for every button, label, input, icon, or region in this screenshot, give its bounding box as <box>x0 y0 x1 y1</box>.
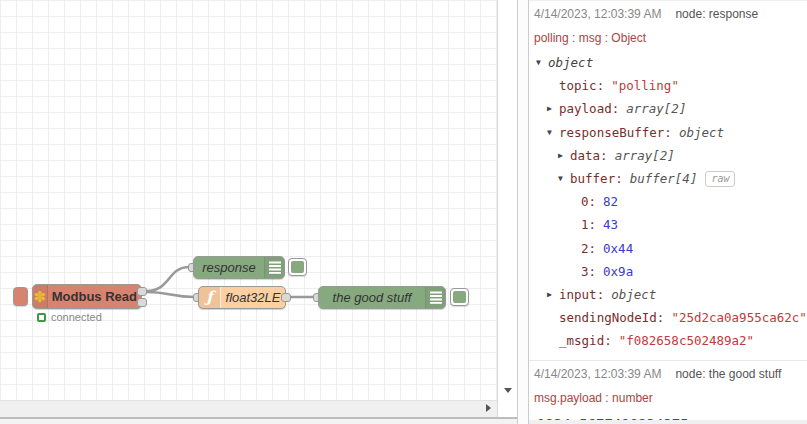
debug-tree-row: ▶input:object <box>532 283 805 306</box>
tree-key: topic <box>559 78 597 93</box>
tree-value: "25d2ca0a955ca62c" <box>671 310 806 325</box>
canvas-horizontal-scrollbar[interactable] <box>0 400 497 417</box>
tree-value: array[2] <box>615 148 675 163</box>
goodstuff-toggle-state <box>453 291 466 303</box>
modbus-node-label: Modbus Read <box>48 285 141 308</box>
tree-key: _msgid <box>559 333 604 348</box>
debug-source-node: node: response <box>675 7 758 21</box>
goodstuff-icon-box <box>425 287 445 308</box>
tree-colon: : <box>604 333 612 348</box>
debug-tree-row: ▼object <box>532 51 805 74</box>
tree-value: object <box>679 125 724 140</box>
modbus-node-button[interactable] <box>13 287 28 306</box>
debug-source-node: node: the good stuff <box>675 367 781 381</box>
tree-value: object <box>611 287 656 302</box>
debug-panel-footer <box>529 420 807 424</box>
modbus-icon-box: ✽ <box>33 285 48 308</box>
tree-colon: : <box>657 310 665 325</box>
debug-tree-row: ▶0:82 <box>532 190 805 213</box>
raw-button[interactable]: raw <box>705 171 735 187</box>
tree-value: buffer[4] <box>630 171 698 186</box>
tree-key: 2 <box>581 241 589 256</box>
goodstuff-node-label: the good stuff <box>319 287 425 308</box>
response-toggle-button[interactable] <box>288 258 307 276</box>
tree-key: 3 <box>581 264 589 279</box>
debug-tree-row: ▶sendingNodeId:"25d2ca0a955ca62c" <box>532 306 805 329</box>
collapse-arrow-icon[interactable]: ▼ <box>536 58 548 67</box>
debug-tree-row: ▼buffer:buffer[4]raw <box>532 167 805 190</box>
function-icon-box: ƒ <box>199 287 221 308</box>
debug-tree-row: ▶3:0x9a <box>532 260 805 283</box>
tree-colon: : <box>664 125 672 140</box>
modbus-output-port-2[interactable] <box>137 298 147 307</box>
expand-arrow-icon[interactable]: ▶ <box>547 290 559 299</box>
modbus-output-port-1[interactable] <box>137 287 147 296</box>
expand-arrow-icon[interactable]: ▶ <box>558 151 570 160</box>
tree-colon: : <box>612 101 620 116</box>
wire-modbus-to-response[interactable] <box>147 267 189 291</box>
debug-timestamp: 4/14/2023, 12:03:39 AM <box>534 367 661 381</box>
debug-list-icon <box>430 291 442 304</box>
tree-colon: : <box>600 148 608 163</box>
debug-msg-path: polling : msg : Object <box>532 31 805 46</box>
tree-value: 0x9a <box>603 264 633 279</box>
status-text: connected <box>51 311 102 323</box>
tree-colon: : <box>597 287 605 302</box>
scroll-down-arrow-icon[interactable] <box>504 388 512 397</box>
tree-colon: : <box>597 78 605 93</box>
status-ring-icon <box>37 313 46 322</box>
scroll-right-arrow-icon[interactable] <box>486 404 495 412</box>
modbus-flower-icon: ✽ <box>34 289 47 304</box>
tree-value: 43 <box>603 217 618 232</box>
debug-msg-path: msg.payload : number <box>532 391 805 406</box>
node-the-good-stuff[interactable]: the good stuff <box>318 286 446 309</box>
debug-message-meta: 4/14/2023, 12:03:39 AMnode: response <box>532 7 805 22</box>
node-modbus-read[interactable]: ✽ Modbus Read <box>32 284 142 309</box>
tree-colon: : <box>589 194 597 209</box>
debug-tree-row: ▼responseBuffer:object <box>532 121 805 144</box>
function-f-icon: ƒ <box>206 290 212 305</box>
sidebar-separator[interactable] <box>517 0 529 424</box>
expand-arrow-icon[interactable]: ▶ <box>547 104 559 113</box>
collapse-arrow-icon[interactable]: ▼ <box>547 128 559 137</box>
debug-list-icon <box>269 261 281 274</box>
debug-tree-row: ▶2:0x44 <box>532 237 805 260</box>
function-output-port[interactable] <box>281 293 291 302</box>
wire-layer <box>0 0 497 400</box>
tree-key: buffer <box>570 171 615 186</box>
response-toggle-state <box>291 261 304 273</box>
tree-key: 1 <box>581 217 589 232</box>
flow-canvas[interactable]: ✽ Modbus Read connected response <box>0 0 497 400</box>
debug-message-meta: 4/14/2023, 12:03:39 AMnode: the good stu… <box>532 367 805 382</box>
tree-value: 82 <box>603 194 618 209</box>
node-red-workspace: ✽ Modbus Read connected response <box>0 0 807 424</box>
debug-message-goodstuff: 4/14/2023, 12:03:39 AMnode: the good stu… <box>529 361 807 424</box>
tree-value: "polling" <box>611 78 679 93</box>
collapse-arrow-icon[interactable]: ▼ <box>558 174 570 183</box>
tree-value: "f082658c502489a2" <box>619 333 754 348</box>
tree-value: array[2] <box>626 101 686 116</box>
debug-tree-row: ▶1:43 <box>532 213 805 236</box>
function-node-label: float32LE <box>221 287 285 308</box>
canvas-vertical-scrollbar[interactable] <box>498 0 517 400</box>
tree-colon: : <box>615 171 623 186</box>
tree-key: responseBuffer <box>559 125 664 140</box>
response-icon-box <box>264 257 284 278</box>
wire-modbus-to-function[interactable] <box>147 292 194 297</box>
node-response[interactable]: response <box>193 256 285 279</box>
goodstuff-toggle-button[interactable] <box>450 288 469 306</box>
debug-message-response: 4/14/2023, 12:03:39 AMnode: response pol… <box>529 0 807 361</box>
tree-colon: : <box>589 241 597 256</box>
tree-value: object <box>548 55 593 70</box>
tree-key: input <box>559 287 597 302</box>
node-float32le[interactable]: ƒ float32LE <box>198 286 286 309</box>
tree-key: sendingNodeId <box>559 310 657 325</box>
response-node-label: response <box>194 257 264 278</box>
debug-tree-row: ▶_msgid:"f082658c502489a2" <box>532 329 805 352</box>
tree-value: 0x44 <box>603 241 633 256</box>
debug-tree-row: ▶data:array[2] <box>532 144 805 167</box>
debug-sidebar[interactable]: 4/14/2023, 12:03:39 AMnode: response pol… <box>529 0 807 424</box>
debug-tree: ▼object▶topic:"polling"▶payload:array[2]… <box>532 51 805 352</box>
debug-tree-row: ▶topic:"polling" <box>532 74 805 97</box>
tree-colon: : <box>589 217 597 232</box>
